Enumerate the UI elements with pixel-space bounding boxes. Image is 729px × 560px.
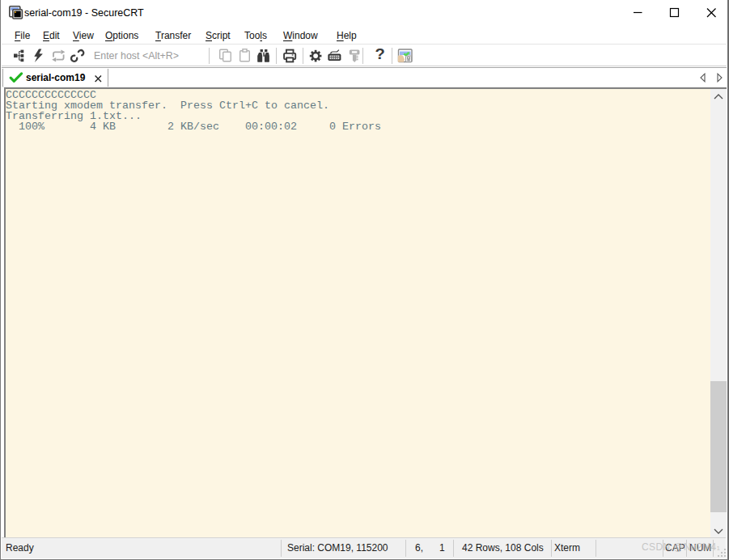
svg-text:?: ? [375, 46, 385, 62]
